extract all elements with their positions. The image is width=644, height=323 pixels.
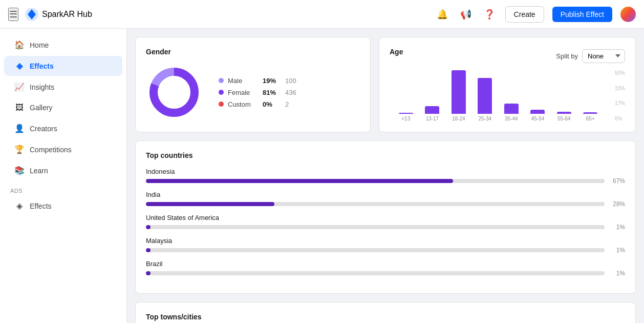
- age-bar: [399, 113, 413, 114]
- help-button[interactable]: ❓: [482, 7, 497, 22]
- custom-pct: 0%: [263, 100, 281, 108]
- ads-effects-icon: ◈: [14, 201, 25, 211]
- country-bar-fill: [146, 179, 453, 183]
- sidebar-item-insights-label: Insights: [30, 83, 54, 91]
- country-bar-container: 1%: [146, 247, 625, 254]
- home-icon: 🏠: [14, 40, 25, 50]
- country-bar-container: 67%: [146, 177, 625, 185]
- female-pct: 81%: [263, 89, 281, 96]
- split-by-label: Split by: [556, 52, 578, 60]
- menu-toggle-button[interactable]: ☰: [8, 8, 18, 21]
- legend-item-custom: Custom 0% 2: [219, 100, 296, 108]
- top-countries-title: Top countries: [146, 151, 625, 159]
- grid-50: 50%: [615, 70, 625, 76]
- age-bars: <1313-1718-2425-3435-4445-5455-6465+: [390, 70, 607, 122]
- split-by-select[interactable]: None Gender: [582, 49, 625, 63]
- top-countries-card: Top countries Indonesia 67% India 28% Un…: [135, 140, 636, 294]
- age-bar-label: 25-34: [478, 116, 491, 122]
- sidebar-item-creators-label: Creators: [30, 125, 57, 133]
- legend-item-male: Male 19% 100: [219, 77, 296, 85]
- male-label: Male: [228, 77, 259, 85]
- spark-ar-logo-icon: [25, 7, 39, 22]
- male-dot: [219, 78, 224, 83]
- sidebar-item-learn[interactable]: 📚 Learn: [4, 160, 122, 180]
- top-navigation: ☰ SparkAR Hub 🔔 📢 ❓ Create Publish Effec…: [0, 0, 644, 29]
- country-bar-fill: [146, 225, 151, 229]
- announcements-button[interactable]: 📢: [458, 7, 474, 22]
- country-name: United States of America: [146, 214, 625, 221]
- logo: SparkAR Hub: [25, 7, 92, 22]
- age-bar: [557, 112, 571, 114]
- age-bar: [530, 110, 545, 114]
- sidebar-item-effects-label: Effects: [30, 62, 54, 70]
- country-row: Malaysia 1%: [146, 237, 625, 254]
- grid-33: 33%: [615, 86, 625, 91]
- sidebar-item-competitions[interactable]: 🏆 Competitions: [4, 139, 122, 159]
- create-button[interactable]: Create: [505, 6, 544, 23]
- country-bar-fill: [146, 248, 151, 252]
- sidebar-item-insights[interactable]: 📈 Insights: [4, 77, 122, 97]
- age-bar-label: 13-17: [425, 116, 439, 122]
- age-bar-label: 35-44: [505, 116, 518, 122]
- custom-count: 2: [285, 100, 289, 108]
- age-bar-group: <13: [394, 70, 418, 122]
- country-bar-bg: [146, 271, 605, 275]
- age-bar: [583, 112, 597, 114]
- gender-card: Gender Male 19%: [135, 37, 371, 132]
- age-bar-group: 13-17: [420, 70, 445, 122]
- country-bar-bg: [146, 202, 605, 206]
- grid-17: 17%: [615, 100, 625, 106]
- age-bar-label: <13: [401, 116, 410, 122]
- country-row: Indonesia 67%: [146, 168, 625, 185]
- ads-section-label: Ads: [0, 181, 126, 196]
- country-row: United States of America 1%: [146, 214, 625, 231]
- main-content: Gender Male 19%: [127, 29, 644, 323]
- age-bar-group: 18-24: [446, 70, 471, 122]
- age-header: Age Split by None Gender: [390, 48, 625, 64]
- sidebar-item-gallery[interactable]: 🖼 Gallery: [4, 98, 122, 117]
- donut-chart: [146, 64, 202, 120]
- sidebar-item-effects[interactable]: ◈ Effects: [4, 56, 122, 76]
- country-pct: 67%: [609, 177, 625, 185]
- effects-icon: ◈: [14, 61, 25, 71]
- sidebar-item-ads-effects[interactable]: ◈ Effects: [4, 196, 122, 216]
- countries-list: Indonesia 67% India 28% United States of…: [146, 168, 625, 277]
- top-row: Gender Male 19%: [135, 37, 636, 132]
- sidebar-item-home[interactable]: 🏠 Home: [4, 35, 122, 55]
- insights-icon: 📈: [14, 82, 25, 92]
- age-bar: [452, 70, 466, 114]
- sidebar-item-creators[interactable]: 👤 Creators: [4, 118, 122, 138]
- country-bar-fill: [146, 202, 274, 206]
- country-name: India: [146, 191, 625, 198]
- age-bar: [478, 78, 492, 114]
- country-bar-container: 1%: [146, 270, 625, 277]
- age-bar-group: 35-44: [499, 70, 524, 122]
- sidebar: 🏠 Home ◈ Effects 📈 Insights 🖼 Gallery 👤 …: [0, 29, 127, 323]
- age-card: Age Split by None Gender 50% 33% 17%: [379, 37, 636, 132]
- sidebar-item-ads-effects-label: Effects: [30, 202, 52, 210]
- country-row: Brazil 1%: [146, 260, 625, 277]
- learn-icon: 📚: [14, 166, 25, 175]
- publish-effect-button[interactable]: Publish Effect: [552, 7, 612, 22]
- notifications-button[interactable]: 🔔: [435, 7, 450, 22]
- age-bar-label: 45-54: [531, 116, 544, 122]
- age-bar: [504, 104, 519, 114]
- age-bar-group: 55-64: [552, 70, 576, 122]
- country-name: Brazil: [146, 260, 625, 268]
- country-pct: 1%: [609, 270, 625, 277]
- creators-icon: 👤: [14, 124, 25, 133]
- female-label: Female: [228, 89, 259, 96]
- gallery-icon: 🖼: [14, 103, 25, 112]
- sidebar-item-gallery-label: Gallery: [30, 104, 52, 112]
- country-pct: 28%: [609, 200, 625, 208]
- age-bar-label: 65+: [586, 116, 595, 122]
- legend: Male 19% 100 Female 81% 436 Custom: [219, 77, 296, 108]
- country-bar-bg: [146, 225, 605, 229]
- country-bar-bg: [146, 179, 605, 183]
- avatar[interactable]: [620, 7, 636, 22]
- male-pct: 19%: [263, 77, 281, 85]
- country-pct: 1%: [609, 247, 625, 254]
- grid-0: 0%: [615, 116, 625, 122]
- age-bar-group: 45-54: [526, 70, 550, 122]
- age-bar-label: 18-24: [452, 116, 465, 122]
